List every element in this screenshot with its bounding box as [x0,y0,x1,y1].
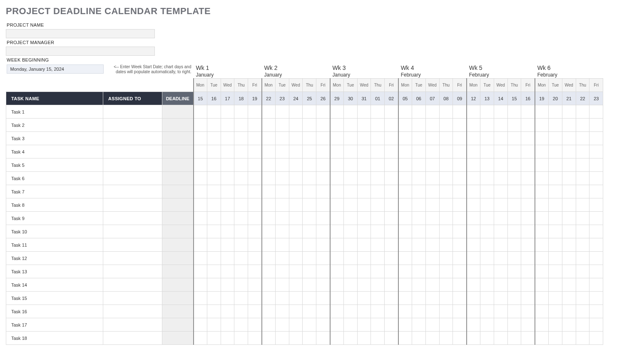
calendar-cell[interactable] [521,172,535,185]
calendar-cell[interactable] [467,252,480,265]
calendar-cell[interactable] [221,185,234,198]
calendar-cell[interactable] [316,172,330,185]
calendar-cell[interactable] [385,278,398,292]
calendar-cell[interactable] [576,198,589,212]
calendar-cell[interactable] [371,252,385,265]
calendar-cell[interactable] [521,238,535,252]
calendar-cell[interactable] [275,145,289,158]
calendar-cell[interactable] [589,172,603,185]
calendar-cell[interactable] [275,332,289,345]
calendar-cell[interactable] [385,305,398,318]
calendar-cell[interactable] [357,332,371,345]
calendar-cell[interactable] [234,278,248,292]
calendar-cell[interactable] [494,132,507,145]
calendar-cell[interactable] [371,105,385,119]
task-name-cell[interactable]: Task 17 [6,318,103,332]
project-manager-input[interactable] [6,47,155,56]
calendar-cell[interactable] [507,105,521,119]
calendar-cell[interactable] [371,305,385,318]
calendar-cell[interactable] [248,158,262,172]
calendar-cell[interactable] [398,185,412,198]
calendar-cell[interactable] [221,318,234,332]
assigned-to-cell[interactable] [103,252,162,265]
calendar-cell[interactable] [316,198,330,212]
calendar-cell[interactable] [371,158,385,172]
calendar-cell[interactable] [357,145,371,158]
calendar-cell[interactable] [194,119,207,132]
calendar-cell[interactable] [289,212,303,225]
calendar-cell[interactable] [398,225,412,238]
calendar-cell[interactable] [262,145,276,158]
calendar-cell[interactable] [480,238,494,252]
calendar-cell[interactable] [439,172,453,185]
calendar-cell[interactable] [207,198,221,212]
calendar-cell[interactable] [289,172,303,185]
calendar-cell[interactable] [439,305,453,318]
task-name-cell[interactable]: Task 11 [6,238,103,252]
calendar-cell[interactable] [248,305,262,318]
calendar-cell[interactable] [330,332,344,345]
calendar-cell[interactable] [467,105,480,119]
calendar-cell[interactable] [385,265,398,278]
calendar-cell[interactable] [576,318,589,332]
task-name-cell[interactable]: Task 8 [6,198,103,212]
calendar-cell[interactable] [371,332,385,345]
calendar-cell[interactable] [385,198,398,212]
calendar-cell[interactable] [357,238,371,252]
calendar-cell[interactable] [330,225,344,238]
calendar-cell[interactable] [371,119,385,132]
calendar-cell[interactable] [398,305,412,318]
calendar-cell[interactable] [234,225,248,238]
calendar-cell[interactable] [425,105,439,119]
calendar-cell[interactable] [439,265,453,278]
calendar-cell[interactable] [467,145,480,158]
calendar-cell[interactable] [398,238,412,252]
calendar-cell[interactable] [480,305,494,318]
calendar-cell[interactable] [194,172,207,185]
calendar-cell[interactable] [357,212,371,225]
deadline-cell[interactable] [162,212,194,225]
assigned-to-cell[interactable] [103,278,162,292]
calendar-cell[interactable] [535,238,549,252]
calendar-cell[interactable] [371,318,385,332]
calendar-cell[interactable] [207,225,221,238]
calendar-cell[interactable] [535,212,549,225]
calendar-cell[interactable] [221,158,234,172]
task-name-cell[interactable]: Task 1 [6,105,103,119]
calendar-cell[interactable] [316,119,330,132]
calendar-cell[interactable] [248,238,262,252]
calendar-cell[interactable] [330,158,344,172]
calendar-cell[interactable] [576,238,589,252]
calendar-cell[interactable] [549,305,562,318]
calendar-cell[interactable] [398,105,412,119]
calendar-cell[interactable] [371,225,385,238]
calendar-cell[interactable] [535,265,549,278]
calendar-cell[interactable] [589,158,603,172]
calendar-cell[interactable] [289,185,303,198]
calendar-cell[interactable] [248,119,262,132]
calendar-cell[interactable] [357,198,371,212]
calendar-cell[interactable] [480,198,494,212]
task-name-cell[interactable]: Task 13 [6,265,103,278]
calendar-cell[interactable] [357,318,371,332]
calendar-cell[interactable] [343,145,357,158]
calendar-cell[interactable] [535,158,549,172]
calendar-cell[interactable] [221,105,234,119]
calendar-cell[interactable] [234,265,248,278]
calendar-cell[interactable] [221,238,234,252]
calendar-cell[interactable] [194,252,207,265]
calendar-cell[interactable] [453,185,467,198]
calendar-cell[interactable] [453,305,467,318]
calendar-cell[interactable] [576,278,589,292]
assigned-to-cell[interactable] [103,238,162,252]
calendar-cell[interactable] [262,238,276,252]
assigned-to-cell[interactable] [103,265,162,278]
calendar-cell[interactable] [589,305,603,318]
calendar-cell[interactable] [248,132,262,145]
calendar-cell[interactable] [316,225,330,238]
calendar-cell[interactable] [330,212,344,225]
calendar-cell[interactable] [275,265,289,278]
calendar-cell[interactable] [371,212,385,225]
calendar-cell[interactable] [221,212,234,225]
calendar-cell[interactable] [398,119,412,132]
